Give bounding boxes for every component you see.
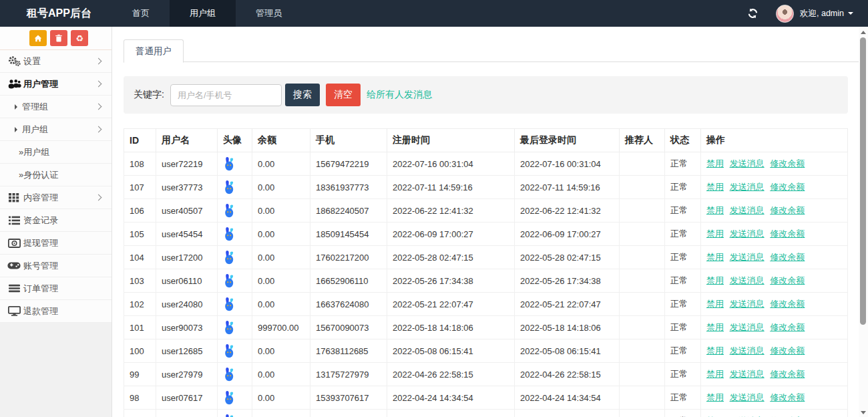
send-message-link[interactable]: 发送消息 bbox=[730, 229, 765, 239]
sidebar-item-settings[interactable]: 设置 bbox=[0, 50, 112, 73]
tab-normal-users[interactable]: 普通用户 bbox=[124, 39, 184, 63]
send-message-link[interactable]: 发送消息 bbox=[730, 322, 765, 332]
nav-tab-home[interactable]: 首页 bbox=[112, 0, 170, 27]
disable-link[interactable]: 禁用 bbox=[706, 299, 724, 309]
cell-status: 正常 bbox=[665, 363, 701, 386]
sidebar-item-fund-records[interactable]: 资金记录 bbox=[0, 209, 112, 232]
chevron-right-icon bbox=[95, 194, 102, 201]
home-button[interactable] bbox=[29, 30, 47, 46]
sidebar-item-identity-verify[interactable]: »身份认证 bbox=[0, 164, 112, 186]
sidebar-item-label: »身份认证 bbox=[19, 169, 58, 181]
cell-username: user07617 bbox=[156, 386, 218, 410]
main-content: 普通用户 关键字: 搜索 清空 给所有人发消息 ID 用户名 头像 余额 手机 … bbox=[112, 27, 859, 417]
cell-status: 正常 bbox=[665, 223, 701, 246]
cell-username: user24080 bbox=[156, 293, 218, 316]
edit-balance-link[interactable]: 修改余额 bbox=[770, 252, 805, 262]
send-message-link[interactable]: 发送消息 bbox=[730, 299, 765, 309]
cell-avatar bbox=[218, 246, 252, 269]
send-message-link[interactable]: 发送消息 bbox=[730, 182, 765, 192]
scrollbar-thumb[interactable] bbox=[860, 37, 866, 325]
page-scrollbar[interactable] bbox=[859, 27, 868, 417]
broadcast-message-link[interactable]: 给所有人发消息 bbox=[367, 89, 432, 101]
cell-avatar bbox=[218, 223, 252, 246]
send-message-link[interactable]: 发送消息 bbox=[730, 205, 765, 215]
search-button[interactable]: 搜索 bbox=[285, 84, 320, 106]
disable-link[interactable]: 禁用 bbox=[706, 275, 724, 285]
chevron-right-icon bbox=[95, 58, 102, 65]
edit-balance-link[interactable]: 修改余额 bbox=[770, 392, 805, 402]
edit-balance-link[interactable]: 修改余额 bbox=[770, 182, 805, 192]
disable-link[interactable]: 禁用 bbox=[706, 182, 724, 192]
cell-last-login: 2022-05-18 14:18:06 bbox=[515, 316, 620, 339]
edit-balance-link[interactable]: 修改余额 bbox=[770, 369, 805, 379]
sidebar-item-admin-group[interactable]: 管理组 bbox=[0, 96, 112, 118]
disable-link[interactable]: 禁用 bbox=[706, 252, 724, 262]
dropdown-caret-icon bbox=[848, 12, 853, 15]
table-row: 107 user37773 0.00 18361937773 2022-07-1… bbox=[124, 176, 848, 199]
disable-link[interactable]: 禁用 bbox=[706, 158, 724, 168]
send-message-link[interactable]: 发送消息 bbox=[730, 252, 765, 262]
edit-balance-link[interactable]: 修改余额 bbox=[770, 229, 805, 239]
welcome-dropdown[interactable]: 欢迎, admin bbox=[800, 8, 853, 19]
disable-link[interactable]: 禁用 bbox=[706, 322, 724, 332]
disable-link[interactable]: 禁用 bbox=[706, 229, 724, 239]
refresh-icon[interactable] bbox=[747, 8, 758, 19]
edit-balance-link[interactable]: 修改余额 bbox=[770, 345, 805, 356]
sidebar-item-order-management[interactable]: 订单管理 bbox=[0, 277, 112, 300]
nav-tab-admin[interactable]: 管理员 bbox=[236, 0, 302, 27]
sidebar-item-label: 内容管理 bbox=[23, 192, 58, 204]
send-message-link[interactable]: 发送消息 bbox=[730, 275, 765, 285]
sidebar-item-user-group[interactable]: 用户组 bbox=[0, 118, 112, 141]
user-avatar[interactable] bbox=[776, 5, 794, 23]
sidebar-item-content-management[interactable]: 内容管理 bbox=[0, 186, 112, 209]
sidebar-item-withdrawal-management[interactable]: 提现管理 bbox=[0, 232, 112, 255]
disable-link[interactable]: 禁用 bbox=[706, 345, 724, 356]
edit-balance-link[interactable]: 修改余额 bbox=[770, 299, 805, 309]
cell-username: user06110 bbox=[156, 269, 218, 293]
cell-actions: 禁用 发送消息 修改余额 bbox=[701, 339, 848, 363]
cell-last-login: 2022-04-26 22:58:15 bbox=[515, 363, 620, 386]
scroll-down-icon[interactable] bbox=[861, 411, 866, 414]
col-header-username: 用户名 bbox=[156, 129, 218, 152]
rabbit-avatar-icon bbox=[223, 250, 236, 265]
sidebar-item-refund-management[interactable]: 退款管理 bbox=[0, 300, 112, 323]
scroll-up-icon[interactable] bbox=[861, 31, 866, 34]
cell-avatar bbox=[218, 410, 252, 417]
disable-link[interactable]: 禁用 bbox=[706, 392, 724, 402]
disable-link[interactable]: 禁用 bbox=[706, 205, 724, 215]
nav-tab-usergroup[interactable]: 用户组 bbox=[170, 0, 236, 27]
cell-balance bbox=[252, 410, 310, 417]
send-message-link[interactable]: 发送消息 bbox=[730, 345, 765, 356]
recycle-button[interactable]: ♻ bbox=[71, 30, 88, 46]
cell-last-login: 2022-06-09 17:00:27 bbox=[515, 223, 620, 246]
keyword-input[interactable] bbox=[170, 84, 282, 106]
cell-phone: 15670090073 bbox=[310, 316, 387, 339]
sidebar-item-account-management[interactable]: 账号管理 bbox=[0, 255, 112, 277]
chevron-right-icon bbox=[95, 126, 102, 133]
cell-status: 正常 bbox=[665, 246, 701, 269]
send-message-link[interactable]: 发送消息 bbox=[730, 369, 765, 379]
rabbit-avatar-icon bbox=[223, 180, 236, 194]
edit-balance-link[interactable]: 修改余额 bbox=[770, 275, 805, 285]
chevron-right-icon bbox=[95, 81, 102, 88]
trash-button[interactable] bbox=[50, 30, 67, 46]
edit-balance-link[interactable]: 修改余额 bbox=[770, 205, 805, 215]
table-row: 102 user24080 0.00 16637624080 2022-05-2… bbox=[124, 293, 848, 316]
col-header-avatar: 头像 bbox=[218, 129, 252, 152]
disable-link[interactable]: 禁用 bbox=[706, 369, 724, 379]
cell-referrer bbox=[620, 316, 665, 339]
edit-balance-link[interactable]: 修改余额 bbox=[770, 158, 805, 168]
cell-phone bbox=[310, 410, 387, 417]
edit-balance-link[interactable]: 修改余额 bbox=[770, 322, 805, 332]
sidebar-item-user-group-sub[interactable]: »用户组 bbox=[0, 141, 112, 164]
cell-avatar bbox=[218, 152, 252, 176]
send-message-link[interactable]: 发送消息 bbox=[730, 158, 765, 168]
cell-username: user72219 bbox=[156, 152, 218, 176]
send-message-link[interactable]: 发送消息 bbox=[730, 392, 765, 402]
cell-id: 101 bbox=[124, 316, 156, 339]
sidebar-item-label: 管理组 bbox=[22, 101, 48, 113]
sidebar-item-user-management[interactable]: 用户管理 bbox=[0, 73, 112, 96]
monitor-icon bbox=[6, 306, 22, 316]
sidebar-item-label: 退款管理 bbox=[23, 305, 58, 317]
clear-button[interactable]: 清空 bbox=[326, 84, 361, 106]
